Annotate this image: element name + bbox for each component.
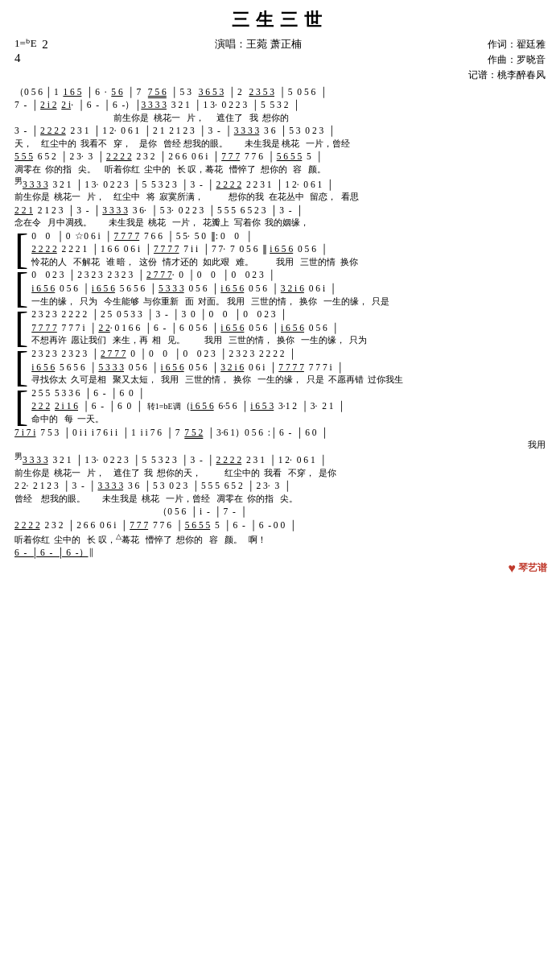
bracket-section-1: [ 0 0 │ 0 ☆0 6 i │ 7 7 7 7 7 6 6 │ 5 5· … — [14, 229, 546, 269]
line-1: （0 5 6 │ 1 1 6 5 │ 6 · 5 6 │ 7 7 5 6 │ 5… — [14, 85, 546, 99]
lyricist: 作词：翟廷雅 — [468, 37, 546, 52]
meta-right: 作词：翟廷雅 作曲：罗晓音 记谱：桃李醉春风 — [468, 37, 546, 84]
meta-left: 1=ᵇE 24 — [14, 37, 48, 65]
notation-area: （0 5 6 │ 1 1 6 5 │ 6 · 5 6 │ 7 7 5 6 │ 5… — [14, 85, 546, 560]
left-bracket-1: [ — [14, 231, 28, 269]
bracket-content-2: 0 0 2 3 │ 2 3 2 3 2 3 2 3 │ 2 7 7 7· 0 │… — [29, 268, 546, 308]
line-12l: 不想再许 愿让我们 来生，再 相 见。 我用 三世的情， 换你 一生的缘， 只为 — [29, 334, 546, 346]
line-2l: 前生你是 桃花一 片， 遮住了 我 想你的 — [14, 112, 546, 124]
bracket-content-5: 2 5 5 5 3 3 6 │ 6 - │ 6 0 │ 2 2 2 2 i 1 … — [29, 387, 546, 426]
line-3: 3 - │ 2 2 2 2 2 3 1 │ 1 2· 0 6 1 │ 2 1 2… — [14, 124, 546, 138]
watermark-text: 琴艺谱 — [518, 561, 547, 575]
line-16l: 命中的 每 一天。 — [29, 413, 546, 425]
line-13: 2 3 2 3 2 3 2 3 │ 2 7 7 7 0 │ 0 0 │ 0 0 … — [29, 347, 546, 361]
line-12: 7 7 7 7 7 7 7 i │ 2 2· 0 1 6 6 │ 6 - │ 6… — [29, 321, 546, 335]
key-time: 1=ᵇE 24 — [14, 37, 48, 65]
left-bracket-2: [ — [14, 270, 28, 308]
line-6l: 念在令 月中凋残。 未生我是 桃花 一片， 花瓣上 写着你 我的姻缘， — [14, 217, 546, 229]
line-10l: 一生的缘， 只为 今生能够 与你重新 面 对面。 我用 三世的情， 换你 一生的… — [29, 296, 546, 308]
line-8l: 怜花的人 不解花 谁 暗， 这份 情才还的 如此艰 难。 我用 三世的情 换你 — [29, 256, 546, 268]
line-2: 7 - │ 2 i 2 2 i· │ 6 - │ 6 -）│3 3 3 3 3 … — [14, 98, 546, 112]
line-4l: 凋零在 你的指 尖。 听着你红 尘中的 长 叹，蓦花 懵悴了 想你的 容 颜。 — [14, 163, 546, 176]
left-bracket-5: [ — [14, 388, 28, 426]
song-title: 三生三世 — [14, 8, 546, 32]
line-19: 2 2· 2 1 2 3 │ 3 - │ 3 3 3 3 3 6 │ 5 3 0… — [14, 479, 546, 493]
bracket-section-2: [ 0 0 2 3 │ 2 3 2 3 2 3 2 3 │ 2 7 7 7· 0… — [14, 268, 546, 308]
bracket-content-1: 0 0 │ 0 ☆0 6 i │ 7 7 7 7 7 6 6 │ 5 5· 5 … — [29, 229, 546, 269]
line-18: 男3 3 3 3 3 2 1 │ 1 3· 0 2 2 3 │ 5 5 3 2 … — [14, 451, 546, 467]
line-14l: 寻找你太 久可是相 聚又太短， 我用 三世的情， 换你 一生的缘， 只是 不愿再… — [29, 374, 546, 386]
line-14: i 6 5 6 5 6 5 6 │ 5 3 3 3 0 5 6 │ i 6 5 … — [29, 361, 546, 374]
page: 三生三世 1=ᵇE 24 演唱：王菀 萧正楠 作词：翟廷雅 作曲：罗晓音 记谱：… — [0, 0, 560, 584]
watermark: ♥ 琴艺谱 — [509, 561, 548, 576]
line-17: 7 i 7 i 7 5 3 │ 0 i i i 7 6 i i │ 1 i i … — [14, 426, 546, 440]
left-bracket-4: [ — [14, 349, 28, 387]
performer: 演唱：王菀 萧正楠 — [215, 38, 301, 50]
left-bracket-3: [ — [14, 309, 28, 347]
line-6: 2 2 1 2 1 2 3 │ 3 - │ 3 3 3 3 3 6· │ 5 3… — [14, 204, 546, 217]
line-7: 0 0 │ 0 ☆0 6 i │ 7 7 7 7 7 6 6 │ 5 5· 5 … — [29, 229, 546, 243]
bracket-content-4: 2 3 2 3 2 3 2 3 │ 2 7 7 7 0 │ 0 0 │ 0 0 … — [29, 347, 546, 387]
line-17r: 我用 — [14, 439, 546, 451]
meta-row: 1=ᵇE 24 演唱：王菀 萧正楠 作词：翟廷雅 作曲：罗晓音 记谱：桃李醉春风 — [14, 37, 546, 84]
line-3l: 天， 红尘中的 我看不 穿， 是你 曾经 想我的眼。 未生我是 桃花 一片，曾经 — [14, 138, 546, 150]
line-21l: 听着你红 尘中的 长 叹，△蓦花 懵悴了 想你的 容 颜。 啊！ — [14, 531, 546, 546]
composer: 作曲：罗晓音 — [468, 52, 546, 68]
line-15: 2 5 5 5 3 3 6 │ 6 - │ 6 0 │ — [29, 387, 546, 400]
bracket-section-4: [ 2 3 2 3 2 3 2 3 │ 2 7 7 7 0 │ 0 0 │ 0 … — [14, 347, 546, 387]
line-5l: 前生你是 桃花一 片， 红尘中 将 寂寞所满， 想你的我 在花丛中 留恋， 看思 — [14, 191, 546, 203]
line-21: 2 2 2 2 2 3 2 │ 2 6 6 0 6 i │ 7 7 7 7 7 … — [14, 519, 546, 532]
line-11: 2 3 2 3 2 2 2 2 │ 2 5 0 5 3 3 │ 3 - │ 3 … — [29, 308, 546, 321]
line-10: i 6 5 6 0 5 6 │ i 6 5 6 5 6 5 6 │ 5 3 3 … — [29, 282, 546, 296]
line-8: 2 2 2 2 2 2 2 1 │ 1 6 6 0 6 i │ 7 7 7 7 … — [29, 242, 546, 256]
line-20: （0 5 6 │ i - │ 7 - │ — [14, 505, 546, 519]
transcriber: 记谱：桃李醉春风 — [468, 68, 546, 83]
line-18l: 前生你是 桃花一 片， 遮住了 我 想你的天， 红尘中的 我看 不穿， 是你 — [14, 467, 546, 479]
line-9: 0 0 2 3 │ 2 3 2 3 2 3 2 3 │ 2 7 7 7· 0 │… — [29, 268, 546, 282]
line-4: 5 5 5 6 5 2 │ 2 3· 3 │ 2 2 2 2 2 3 2 │ 2… — [14, 150, 546, 163]
meta-center: 演唱：王菀 萧正楠 — [215, 37, 301, 52]
line-22: 6 - │ 6 - │ 6 -）‖ — [14, 546, 546, 560]
heart-icon: ♥ — [509, 561, 517, 576]
line-19l: 曾经 想我的眼。 未生我是 桃花 一片，曾经 凋零在 你的指 尖。 — [14, 493, 546, 505]
bracket-content-3: 2 3 2 3 2 2 2 2 │ 2 5 0 5 3 3 │ 3 - │ 3 … — [29, 308, 546, 347]
bracket-section-5: [ 2 5 5 5 3 3 6 │ 6 - │ 6 0 │ 2 2 2 2 i … — [14, 387, 546, 426]
line-16: 2 2 2 2 i 1 6 │ 6 - │ 6 0 │ 转1=bE调（i 6 5… — [29, 399, 546, 413]
bracket-section-3: [ 2 3 2 3 2 2 2 2 │ 2 5 0 5 3 3 │ 3 - │ … — [14, 308, 546, 347]
line-5: 男3 3 3 3 3 2 1 │ 1 3· 0 2 2 3 │ 5 5 3 2 … — [14, 176, 546, 192]
